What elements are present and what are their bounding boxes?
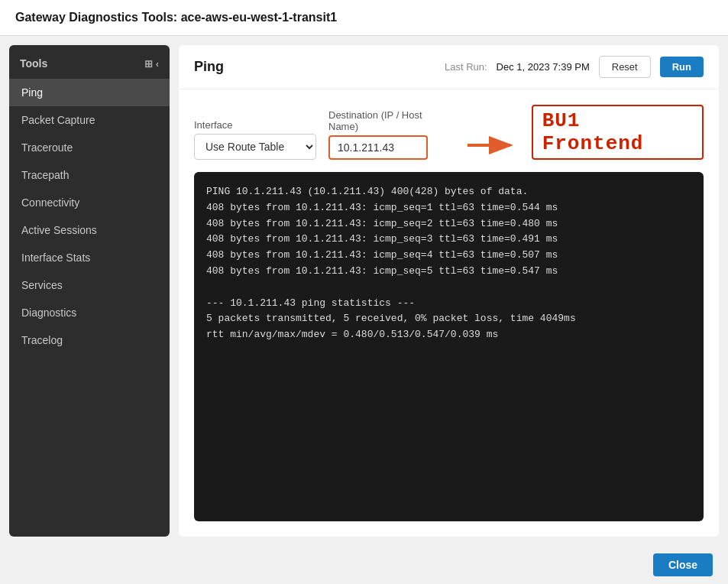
grid-icon[interactable]: ⊞: [144, 58, 153, 70]
collapse-icon[interactable]: ‹: [156, 58, 159, 70]
content-body: Interface Use Route Table eth0 eth1 Dest…: [179, 89, 719, 537]
form-row: Interface Use Route Table eth0 eth1 Dest…: [194, 105, 704, 160]
sidebar-header: Tools ⊞ ‹: [9, 51, 170, 79]
terminal-output: PING 10.1.211.43 (10.1.211.43) 400(428) …: [194, 172, 704, 521]
sidebar-item-ping[interactable]: Ping: [9, 79, 170, 106]
arrow-indicator: [466, 134, 519, 160]
header-right: Last Run: Dec 1, 2023 7:39 PM Reset Run: [445, 56, 704, 78]
sidebar-item-packet-capture[interactable]: Packet Capture: [9, 106, 170, 134]
sidebar-item-interface-stats[interactable]: Interface Stats: [9, 244, 170, 271]
sidebar-item-tracepath[interactable]: Tracepath: [9, 161, 170, 189]
content-title: Ping: [194, 59, 224, 75]
sidebar-item-traceroute[interactable]: Traceroute: [9, 134, 170, 161]
content-header: Ping Last Run: Dec 1, 2023 7:39 PM Reset…: [179, 45, 719, 89]
sidebar-header-icons[interactable]: ⊞ ‹: [144, 58, 159, 70]
sidebar-item-tracelog[interactable]: Tracelog: [9, 326, 170, 354]
sidebar-item-active-sessions[interactable]: Active Sessions: [9, 216, 170, 244]
sidebar: Tools ⊞ ‹ Ping Packet Capture Traceroute…: [9, 45, 170, 537]
content-area: Ping Last Run: Dec 1, 2023 7:39 PM Reset…: [179, 45, 719, 537]
close-button[interactable]: Close: [653, 553, 713, 576]
footer-bar: Close: [0, 546, 728, 584]
sidebar-item-connectivity[interactable]: Connectivity: [9, 189, 170, 216]
last-run-value: Dec 1, 2023 7:39 PM: [497, 61, 590, 73]
destination-label: Destination (IP / Host Name): [328, 109, 454, 132]
main-layout: Tools ⊞ ‹ Ping Packet Capture Traceroute…: [0, 36, 728, 546]
bu1-annotation: BU1 Frontend: [532, 105, 704, 160]
last-run-label: Last Run:: [445, 61, 487, 73]
page-title: Gateway Diagnostics Tools: ace-aws-eu-we…: [0, 0, 728, 36]
interface-select[interactable]: Use Route Table eth0 eth1: [194, 134, 316, 160]
arrow-icon: [466, 134, 519, 157]
sidebar-title: Tools: [20, 57, 47, 70]
destination-field-group: Destination (IP / Host Name): [328, 109, 454, 160]
interface-field-group: Interface Use Route Table eth0 eth1: [194, 119, 316, 160]
run-button[interactable]: Run: [660, 57, 704, 77]
interface-label: Interface: [194, 119, 316, 131]
destination-input[interactable]: [328, 135, 428, 160]
sidebar-item-services[interactable]: Services: [9, 271, 170, 299]
sidebar-item-diagnostics[interactable]: Diagnostics: [9, 299, 170, 326]
bu1-label: BU1 Frontend: [542, 109, 644, 157]
reset-button[interactable]: Reset: [599, 56, 651, 78]
